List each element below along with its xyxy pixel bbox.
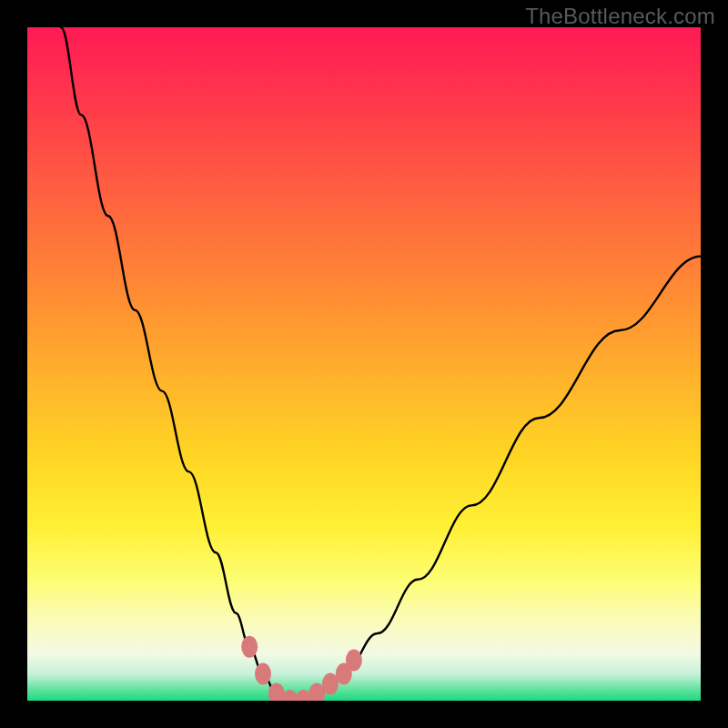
curve-svg bbox=[27, 27, 701, 701]
bottleneck-curve bbox=[61, 27, 701, 701]
chart-frame: TheBottleneck.com bbox=[0, 0, 728, 728]
marker-dot bbox=[255, 662, 271, 684]
marker-dot bbox=[346, 650, 362, 672]
marker-group bbox=[241, 636, 362, 701]
marker-dot bbox=[241, 636, 258, 658]
watermark-text: TheBottleneck.com bbox=[525, 4, 715, 29]
